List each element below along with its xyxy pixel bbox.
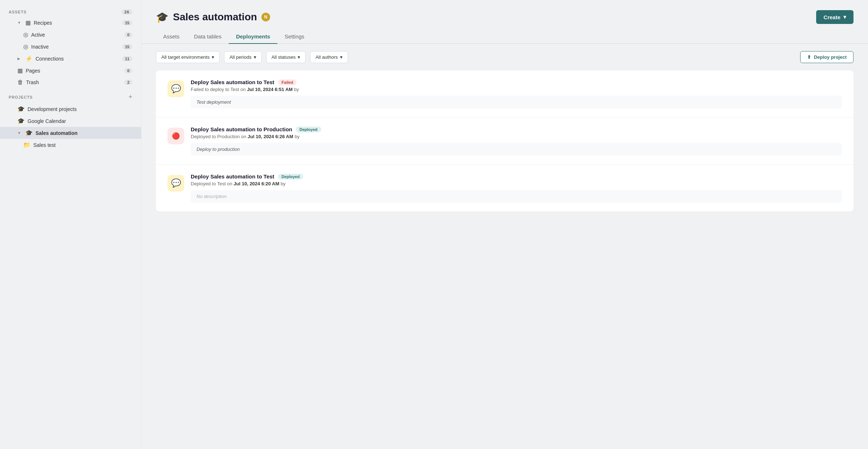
sidebar-item-sales-test[interactable]: 📁 Sales test — [0, 139, 141, 151]
deployment-title-row-2: Deploy Sales automation to Production De… — [191, 126, 842, 132]
sidebar-item-active[interactable]: ◎ Active 0 — [0, 29, 141, 41]
add-project-button[interactable]: + — [128, 93, 132, 101]
deployment-content-2: Deploy Sales automation to Production De… — [191, 126, 842, 156]
deployment-badge-2: Deployed — [296, 127, 321, 132]
recipes-label: Recipes — [34, 20, 52, 26]
deployment-item[interactable]: 💬 Deploy Sales automation to Test Failed… — [156, 70, 853, 118]
projects-label: PROJECTS — [9, 95, 33, 99]
chevron-down-icon-2: ▾ — [254, 54, 256, 60]
tab-deployments[interactable]: Deployments — [229, 30, 277, 44]
recipes-icon: ▦ — [25, 19, 31, 26]
sales-test-label: Sales test — [33, 142, 55, 148]
inactive-count-badge: 15 — [122, 44, 132, 49]
filter-statuses-label: All statuses — [272, 54, 295, 60]
recipes-count-badge: 15 — [122, 20, 132, 25]
title-area: 🎓 Sales automation N — [156, 11, 270, 23]
collapse-arrow-sales-icon: ▼ — [17, 131, 21, 135]
deploy-project-label: Deploy project — [814, 54, 847, 60]
inactive-label: Inactive — [31, 44, 49, 50]
dev-projects-icon: 🎓 — [17, 106, 25, 112]
google-calendar-label: Google Calendar — [28, 118, 66, 124]
deployment-badge-3: Deployed — [278, 174, 303, 180]
main-header: 🎓 Sales automation N Create ▾ — [141, 0, 868, 24]
filter-authors-button[interactable]: All authors ▾ — [310, 51, 348, 63]
deployment-description-1: Test deployment — [191, 96, 842, 108]
projects-section-header: PROJECTS + — [0, 88, 141, 103]
deployment-subtitle-3: Deployed to Test on Jul 10, 2024 6:20 AM… — [191, 181, 842, 186]
deployment-content-3: Deploy Sales automation to Test Deployed… — [191, 173, 842, 203]
deployment-subtitle-1: Failed to deploy to Test on Jul 10, 2024… — [191, 87, 842, 92]
chevron-down-icon-3: ▾ — [298, 54, 300, 60]
active-count-badge: 0 — [124, 32, 132, 37]
trash-icon: 🗑 — [17, 79, 23, 86]
deployment-icon-2: 🔴 — [168, 128, 184, 144]
tab-bar: Assets Data tables Deployments Settings — [141, 24, 868, 44]
deployments-container: 💬 Deploy Sales automation to Test Failed… — [141, 70, 868, 226]
title-icon: 🎓 — [156, 11, 169, 23]
create-label: Create — [823, 14, 840, 20]
assets-section-header: ASSETS 26 — [0, 7, 141, 17]
deployment-subtitle-2: Deployed to Production on Jul 10, 2024 6… — [191, 134, 842, 139]
deployment-title-3: Deploy Sales automation to Test — [191, 173, 274, 180]
deployment-item-2[interactable]: 🔴 Deploy Sales automation to Production … — [156, 118, 853, 165]
connections-icon: ⚡ — [25, 55, 33, 62]
filter-authors-label: All authors — [315, 54, 338, 60]
filter-periods-button[interactable]: All periods ▾ — [224, 51, 262, 63]
google-calendar-icon: 🎓 — [17, 118, 25, 124]
deployment-description-3: No description — [191, 190, 842, 203]
sidebar: ASSETS 26 ▼ ▦ Recipes 15 ◎ Active 0 ◎ In… — [0, 0, 141, 449]
filter-environments-button[interactable]: All target environments ▾ — [156, 51, 220, 63]
filter-statuses-button[interactable]: All statuses ▾ — [266, 51, 306, 63]
create-chevron-icon: ▾ — [843, 14, 846, 20]
inactive-icon: ◎ — [23, 43, 28, 50]
assets-count-badge: 26 — [121, 9, 132, 15]
connections-count-badge: 11 — [122, 56, 132, 61]
tab-settings[interactable]: Settings — [277, 30, 311, 44]
main-content: 🎓 Sales automation N Create ▾ Assets Dat… — [141, 0, 868, 449]
dev-projects-label: Development projects — [28, 106, 77, 112]
tab-assets[interactable]: Assets — [156, 30, 187, 44]
trash-count-badge: 2 — [124, 80, 132, 85]
filter-environments-label: All target environments — [161, 54, 210, 60]
deployment-icon-3: 💬 — [168, 175, 184, 191]
sidebar-item-google-calendar[interactable]: 🎓 Google Calendar — [0, 115, 141, 127]
sidebar-item-sales-automation[interactable]: ▼ 🎓 Sales automation — [0, 127, 141, 139]
sidebar-item-recipes[interactable]: ▼ ▦ Recipes 15 — [0, 17, 141, 29]
deployment-title-row-3: Deploy Sales automation to Test Deployed — [191, 173, 842, 180]
deployment-icon-1: 💬 — [168, 81, 184, 97]
chevron-right-icon: ▶ — [17, 57, 20, 61]
deployment-description-2: Deploy to production — [191, 143, 842, 156]
page-title: Sales automation — [173, 11, 257, 23]
sales-automation-icon: 🎓 — [25, 129, 33, 136]
pages-label: Pages — [26, 68, 40, 74]
sidebar-item-inactive[interactable]: ◎ Inactive 15 — [0, 41, 141, 53]
deployment-item-3[interactable]: 💬 Deploy Sales automation to Test Deploy… — [156, 165, 853, 211]
deploy-project-button[interactable]: ⬆ Deploy project — [800, 51, 853, 63]
deployment-title-1: Deploy Sales automation to Test — [191, 79, 274, 85]
active-icon: ◎ — [23, 31, 28, 38]
deployment-title-row-1: Deploy Sales automation to Test Failed — [191, 79, 842, 85]
tab-data-tables[interactable]: Data tables — [187, 30, 229, 44]
sidebar-item-connections[interactable]: ▶ ⚡ Connections 11 — [0, 53, 141, 65]
deployments-card: 💬 Deploy Sales automation to Test Failed… — [156, 70, 853, 211]
connections-label: Connections — [36, 56, 64, 62]
filters-bar: All target environments ▾ All periods ▾ … — [141, 44, 868, 70]
active-label: Active — [31, 32, 45, 38]
sidebar-item-dev-projects[interactable]: 🎓 Development projects — [0, 103, 141, 115]
sidebar-item-trash[interactable]: 🗑 Trash 2 — [0, 77, 141, 88]
deployment-badge-1: Failed — [278, 79, 297, 85]
deployment-title-2: Deploy Sales automation to Production — [191, 126, 292, 132]
pages-icon: ▦ — [17, 67, 23, 74]
create-button[interactable]: Create ▾ — [816, 10, 853, 24]
sales-automation-label: Sales automation — [36, 130, 78, 136]
sidebar-item-pages[interactable]: ▦ Pages 0 — [0, 65, 141, 77]
assets-label: ASSETS — [9, 10, 26, 14]
sales-test-icon: 📁 — [23, 141, 30, 148]
deploy-icon: ⬆ — [807, 54, 811, 60]
deployment-content-1: Deploy Sales automation to Test Failed F… — [191, 79, 842, 108]
collapse-arrow-icon: ▼ — [17, 21, 21, 25]
new-badge: N — [261, 13, 270, 21]
chevron-down-icon-4: ▾ — [340, 54, 343, 60]
filter-periods-label: All periods — [230, 54, 252, 60]
trash-label: Trash — [26, 79, 39, 85]
